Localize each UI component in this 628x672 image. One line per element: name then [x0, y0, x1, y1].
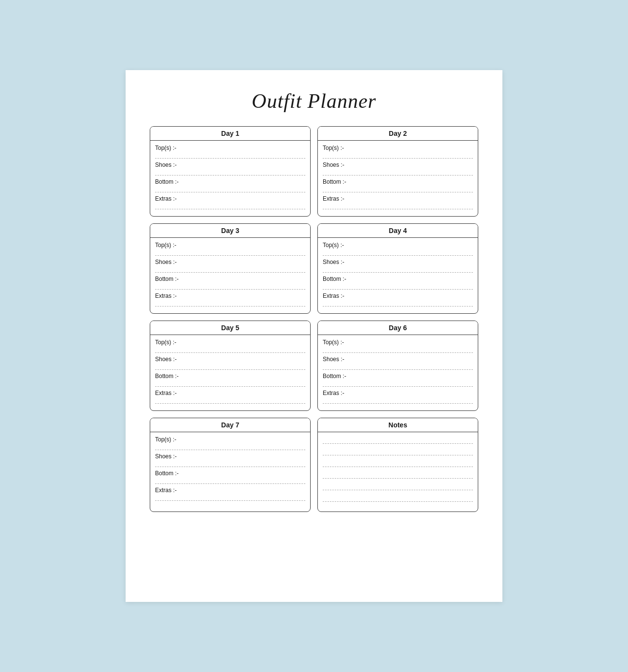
field-label: Bottom :- — [323, 178, 473, 185]
field-label: Extras :- — [323, 390, 473, 396]
field-label: Bottom :- — [155, 178, 305, 185]
field-label: Extras :- — [323, 195, 473, 202]
day-body-3: Top(s) :-Shoes :-Bottom :-Extras :- — [150, 238, 310, 313]
day-header-4: Day 4 — [318, 224, 478, 238]
field-label: Top(s) :- — [155, 145, 305, 151]
field-line[interactable] — [155, 380, 305, 387]
field-row: Shoes :- — [155, 453, 305, 467]
field-line[interactable] — [323, 169, 473, 175]
field-line[interactable] — [323, 203, 473, 209]
day-body-5: Top(s) :-Shoes :-Bottom :-Extras :- — [150, 335, 310, 410]
field-label: Shoes :- — [323, 259, 473, 265]
field-line[interactable] — [323, 363, 473, 370]
field-row: Extras :- — [155, 487, 305, 501]
field-label: Extras :- — [155, 195, 305, 202]
field-line[interactable] — [323, 266, 473, 273]
notes-line[interactable] — [323, 460, 473, 467]
field-row: Bottom :- — [323, 178, 473, 192]
field-label: Bottom :- — [155, 276, 305, 282]
field-line[interactable] — [323, 186, 473, 192]
field-row: Bottom :- — [155, 373, 305, 387]
field-label: Bottom :- — [155, 470, 305, 477]
field-line[interactable] — [323, 300, 473, 307]
field-label: Top(s) :- — [155, 436, 305, 443]
field-row: Bottom :- — [323, 373, 473, 387]
day-body-7: Top(s) :-Shoes :-Bottom :-Extras :- — [150, 432, 310, 508]
field-row: Extras :- — [323, 292, 473, 307]
field-line[interactable] — [155, 266, 305, 273]
day-box-7: Day 7Top(s) :-Shoes :-Bottom :-Extras :- — [150, 418, 311, 512]
day-body-2: Top(s) :-Shoes :-Bottom :-Extras :- — [318, 141, 478, 216]
day-body-1: Top(s) :-Shoes :-Bottom :-Extras :- — [150, 141, 310, 216]
field-line[interactable] — [155, 460, 305, 467]
field-label: Top(s) :- — [323, 339, 473, 346]
field-label: Top(s) :- — [155, 242, 305, 248]
field-line[interactable] — [155, 494, 305, 501]
day-box-5: Day 5Top(s) :-Shoes :-Bottom :-Extras :- — [150, 321, 311, 411]
day-header-5: Day 5 — [150, 321, 310, 335]
notes-box: Notes — [317, 418, 478, 512]
notes-body — [318, 432, 478, 511]
field-label: Bottom :- — [323, 373, 473, 380]
field-line[interactable] — [155, 346, 305, 353]
field-row: Shoes :- — [323, 356, 473, 370]
field-line[interactable] — [155, 186, 305, 192]
field-label: Top(s) :- — [155, 339, 305, 346]
field-line[interactable] — [155, 363, 305, 370]
field-row: Top(s) :- — [323, 145, 473, 159]
field-line[interactable] — [155, 397, 305, 404]
field-row: Bottom :- — [155, 470, 305, 484]
planner-page: Outfit Planner Day 1Top(s) :-Shoes :-Bot… — [126, 70, 502, 602]
field-label: Shoes :- — [323, 356, 473, 363]
field-line[interactable] — [155, 443, 305, 450]
day-box-6: Day 6Top(s) :-Shoes :-Bottom :-Extras :- — [317, 321, 478, 411]
field-label: Shoes :- — [323, 161, 473, 168]
day-body-4: Top(s) :-Shoes :-Bottom :-Extras :- — [318, 238, 478, 313]
field-line[interactable] — [323, 380, 473, 387]
day-box-4: Day 4Top(s) :-Shoes :-Bottom :-Extras :- — [317, 223, 478, 314]
field-line[interactable] — [323, 152, 473, 159]
field-row: Extras :- — [323, 390, 473, 404]
field-row: Top(s) :- — [323, 339, 473, 353]
notes-line[interactable] — [323, 449, 473, 455]
field-row: Shoes :- — [323, 259, 473, 273]
day-box-2: Day 2Top(s) :-Shoes :-Bottom :-Extras :- — [317, 126, 478, 217]
field-line[interactable] — [155, 249, 305, 256]
field-line[interactable] — [155, 477, 305, 484]
notes-line[interactable] — [323, 495, 473, 502]
day-body-6: Top(s) :-Shoes :-Bottom :-Extras :- — [318, 335, 478, 410]
field-label: Bottom :- — [323, 276, 473, 282]
field-line[interactable] — [323, 283, 473, 290]
field-line[interactable] — [323, 346, 473, 353]
field-row: Top(s) :- — [155, 436, 305, 450]
field-row: Shoes :- — [155, 161, 305, 175]
field-line[interactable] — [323, 397, 473, 404]
field-line[interactable] — [155, 203, 305, 209]
field-row: Top(s) :- — [323, 242, 473, 256]
day-header-6: Day 6 — [318, 321, 478, 335]
notes-line[interactable] — [323, 472, 473, 479]
field-line[interactable] — [155, 300, 305, 307]
day-header-2: Day 2 — [318, 127, 478, 141]
field-label: Shoes :- — [155, 453, 305, 460]
field-label: Shoes :- — [155, 259, 305, 265]
field-line[interactable] — [155, 152, 305, 159]
planner-grid: Day 1Top(s) :-Shoes :-Bottom :-Extras :-… — [150, 126, 478, 512]
field-row: Top(s) :- — [155, 145, 305, 159]
notes-line[interactable] — [323, 437, 473, 444]
field-line[interactable] — [323, 249, 473, 256]
field-row: Extras :- — [155, 292, 305, 307]
field-row: Shoes :- — [323, 161, 473, 175]
day-header-3: Day 3 — [150, 224, 310, 238]
field-label: Shoes :- — [155, 356, 305, 363]
field-line[interactable] — [155, 283, 305, 290]
notes-line[interactable] — [323, 483, 473, 490]
field-label: Extras :- — [155, 487, 305, 494]
field-label: Extras :- — [155, 292, 305, 299]
field-row: Top(s) :- — [155, 339, 305, 353]
field-line[interactable] — [155, 169, 305, 175]
field-label: Bottom :- — [155, 373, 305, 380]
field-row: Shoes :- — [155, 259, 305, 273]
field-row: Bottom :- — [155, 178, 305, 192]
field-label: Top(s) :- — [323, 145, 473, 151]
